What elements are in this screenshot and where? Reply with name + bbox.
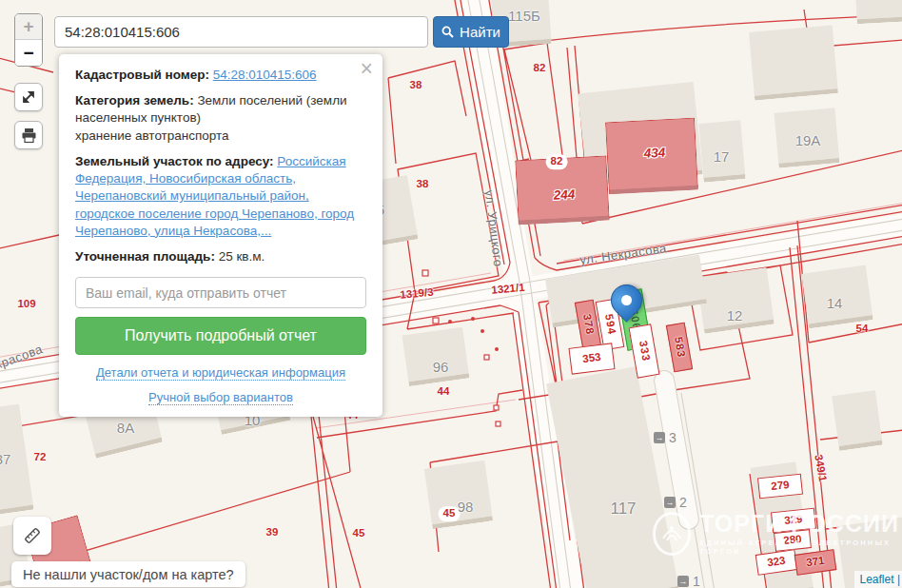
parcel-280[interactable]: 280: [774, 529, 812, 552]
map-label: 109: [17, 299, 35, 310]
building: [832, 390, 883, 451]
building: [424, 461, 493, 529]
map-label: 44: [438, 386, 450, 398]
zoom-out-button[interactable]: −: [15, 40, 42, 66]
entrance-arrow-icon: →: [664, 497, 676, 508]
close-icon[interactable]: ×: [361, 58, 373, 80]
category-extra: хранение автотранспорта: [75, 128, 229, 143]
map-label: 117: [610, 500, 636, 517]
map-label: 19А: [795, 133, 821, 147]
building: [696, 267, 775, 334]
map-label: 38: [417, 179, 429, 190]
report-details-link[interactable]: Детали отчета и юридическая информация: [96, 365, 345, 381]
map-label: 96: [433, 360, 449, 374]
zoom-control: + −: [14, 13, 43, 67]
map-label: 72: [34, 452, 47, 463]
map-label: 434: [643, 147, 665, 161]
entrance-number: 3: [669, 430, 676, 445]
printer-icon: [21, 127, 37, 144]
find-button[interactable]: Найти: [433, 16, 509, 48]
entrance-number: 1: [693, 574, 700, 588]
entrance-marker: →2: [664, 495, 687, 510]
zoom-in-button[interactable]: +: [15, 14, 42, 40]
map-label: 39: [266, 527, 279, 539]
map-label: 115Б: [508, 9, 540, 23]
entrance-marker: →3: [654, 430, 676, 445]
entrance-number: 2: [679, 495, 687, 510]
map-label: 82: [546, 154, 568, 169]
map-label: 45: [353, 528, 365, 539]
map-label: 12: [727, 308, 743, 323]
map-attribution: Leaflet |: [854, 571, 902, 588]
parcel-353[interactable]: 353: [568, 343, 615, 374]
map-label: 244: [553, 188, 575, 203]
map-label: 38: [410, 80, 422, 91]
map-label: 37: [0, 452, 10, 466]
measure-tool-button[interactable]: [13, 517, 51, 555]
map-label: 8А: [117, 421, 134, 435]
ruler-icon: [23, 526, 42, 545]
leaflet-link[interactable]: Leaflet |: [860, 573, 900, 586]
email-input[interactable]: [75, 277, 366, 308]
print-button[interactable]: [14, 121, 43, 149]
cadastral-number-link[interactable]: 54:28:010415:606: [213, 68, 317, 82]
map-label: 82: [534, 63, 546, 74]
map-label: 98: [458, 500, 474, 514]
map-canvas[interactable]: ТОРГИ РОССИИ ЕДИНЫЙ АГРЕГАТОР ЭЛЕКТРОННЫ…: [0, 0, 902, 588]
map-label: 14: [827, 296, 843, 310]
area-label: Уточненная площадь:: [75, 249, 215, 264]
search-icon: [441, 26, 454, 38]
address-label: Земельный участок по адресу:: [75, 154, 274, 168]
entrance-arrow-icon: →: [677, 576, 689, 587]
area-value: 25 кв.м.: [219, 249, 265, 264]
expand-arrows-icon: [21, 89, 36, 105]
manual-select-link[interactable]: Ручной выбор вариантов: [148, 390, 293, 405]
parcel-info-popup: × Кадастровый номер: 54:28:010415:606 Ка…: [59, 54, 382, 417]
category-label: Категория земель:: [75, 93, 194, 108]
not-found-button[interactable]: Не нашли участок/дом на карте?: [11, 561, 245, 587]
entrance-marker: →1: [677, 574, 700, 588]
map-label: 17: [714, 149, 730, 164]
building: [402, 327, 470, 386]
cadastral-label: Кадастровый номер:: [75, 68, 209, 82]
search-bar: [54, 16, 428, 48]
fullscreen-button[interactable]: [14, 83, 43, 111]
entrance-arrow-icon: →: [654, 432, 665, 443]
map-label: 54: [856, 323, 869, 335]
building: [749, 25, 838, 100]
find-button-label: Найти: [460, 24, 500, 40]
search-input[interactable]: [54, 16, 428, 48]
building: [855, 0, 902, 24]
get-report-button[interactable]: Получить подробный отчет: [75, 317, 366, 355]
